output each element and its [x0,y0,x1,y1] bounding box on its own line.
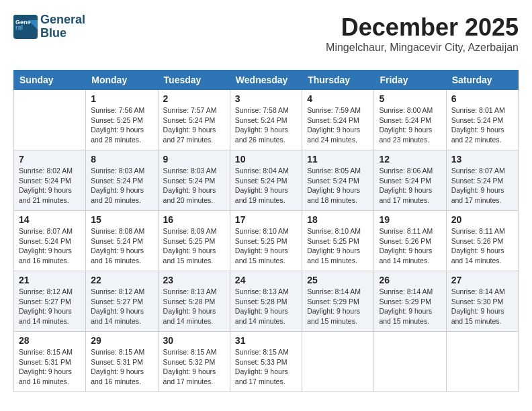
day-cell-3: 3Sunrise: 7:58 AMSunset: 5:24 PMDaylight… [230,90,302,150]
day-info: Sunrise: 7:56 AMSunset: 5:25 PMDaylight:… [91,105,152,145]
calendar-week-2: 7Sunrise: 8:02 AMSunset: 5:24 PMDaylight… [14,150,519,211]
day-cell-29: 29Sunrise: 8:15 AMSunset: 5:31 PMDayligh… [86,332,158,392]
day-header-monday: Monday [86,71,158,90]
calendar: SundayMondayTuesdayWednesdayThursdayFrid… [13,70,519,392]
day-cell-5: 5Sunrise: 8:00 AMSunset: 5:24 PMDaylight… [374,90,446,150]
month-title: December 2025 [326,13,519,42]
logo: Gene ral General Blue [13,13,85,40]
day-info: Sunrise: 7:59 AMSunset: 5:24 PMDaylight:… [307,105,369,145]
day-cell-23: 23Sunrise: 8:13 AMSunset: 5:28 PMDayligh… [158,271,230,332]
svg-text:ral: ral [15,24,23,31]
day-info: Sunrise: 8:02 AMSunset: 5:24 PMDaylight:… [19,166,81,205]
day-cell-20: 20Sunrise: 8:11 AMSunset: 5:26 PMDayligh… [446,211,518,271]
day-info: Sunrise: 8:03 AMSunset: 5:24 PMDaylight:… [91,166,152,205]
day-number: 23 [163,275,225,285]
day-cell-12: 12Sunrise: 8:06 AMSunset: 5:24 PMDayligh… [374,150,446,211]
day-cell-10: 10Sunrise: 8:04 AMSunset: 5:24 PMDayligh… [230,150,302,211]
day-cell-13: 13Sunrise: 8:07 AMSunset: 5:24 PMDayligh… [446,150,518,211]
day-header-friday: Friday [374,71,446,90]
day-number: 1 [91,93,152,104]
day-info: Sunrise: 7:57 AMSunset: 5:24 PMDaylight:… [163,105,225,145]
day-info: Sunrise: 8:05 AMSunset: 5:24 PMDaylight:… [307,166,369,205]
day-cell-25: 25Sunrise: 8:14 AMSunset: 5:29 PMDayligh… [302,271,374,332]
day-header-thursday: Thursday [302,71,374,90]
day-number: 18 [307,214,369,225]
calendar-week-1: 1Sunrise: 7:56 AMSunset: 5:25 PMDaylight… [14,90,519,150]
day-number: 4 [307,93,369,104]
day-info: Sunrise: 8:14 AMSunset: 5:30 PMDaylight:… [451,287,513,326]
day-info: Sunrise: 8:11 AMSunset: 5:26 PMDaylight:… [451,226,513,266]
day-info: Sunrise: 8:15 AMSunset: 5:31 PMDaylight:… [19,347,81,387]
day-info: Sunrise: 8:08 AMSunset: 5:24 PMDaylight:… [91,226,152,266]
day-info: Sunrise: 8:13 AMSunset: 5:28 PMDaylight:… [235,287,297,326]
day-cell-30: 30Sunrise: 8:15 AMSunset: 5:32 PMDayligh… [158,332,230,392]
day-info: Sunrise: 8:13 AMSunset: 5:28 PMDaylight:… [163,287,225,326]
day-number: 7 [19,154,81,165]
day-number: 31 [235,335,297,346]
day-cell-31: 31Sunrise: 8:15 AMSunset: 5:33 PMDayligh… [230,332,302,392]
day-header-sunday: Sunday [14,71,86,90]
day-cell-7: 7Sunrise: 8:02 AMSunset: 5:24 PMDaylight… [14,150,86,211]
day-number: 27 [451,275,513,285]
empty-cell [446,332,518,392]
day-number: 12 [379,154,441,165]
day-cell-21: 21Sunrise: 8:12 AMSunset: 5:27 PMDayligh… [14,271,86,332]
day-cell-15: 15Sunrise: 8:08 AMSunset: 5:24 PMDayligh… [86,211,158,271]
day-cell-4: 4Sunrise: 7:59 AMSunset: 5:24 PMDaylight… [302,90,374,150]
day-info: Sunrise: 8:04 AMSunset: 5:24 PMDaylight:… [235,166,297,205]
day-cell-14: 14Sunrise: 8:07 AMSunset: 5:24 PMDayligh… [14,211,86,271]
calendar-week-3: 14Sunrise: 8:07 AMSunset: 5:24 PMDayligh… [14,211,519,271]
day-cell-2: 2Sunrise: 7:57 AMSunset: 5:24 PMDaylight… [158,90,230,150]
day-info: Sunrise: 8:12 AMSunset: 5:27 PMDaylight:… [19,287,81,326]
day-info: Sunrise: 7:58 AMSunset: 5:24 PMDaylight:… [235,105,297,145]
day-number: 14 [19,214,81,225]
empty-cell [302,332,374,392]
day-cell-1: 1Sunrise: 7:56 AMSunset: 5:25 PMDaylight… [86,90,158,150]
location-title: Mingelchaur, Mingacevir City, Azerbaijan [326,42,519,54]
day-cell-17: 17Sunrise: 8:10 AMSunset: 5:25 PMDayligh… [230,211,302,271]
day-info: Sunrise: 8:03 AMSunset: 5:24 PMDaylight:… [163,166,225,205]
day-info: Sunrise: 8:09 AMSunset: 5:25 PMDaylight:… [163,226,225,266]
empty-cell [14,90,86,150]
day-number: 17 [235,214,297,225]
day-info: Sunrise: 8:07 AMSunset: 5:24 PMDaylight:… [451,166,513,205]
day-cell-9: 9Sunrise: 8:03 AMSunset: 5:24 PMDaylight… [158,150,230,211]
day-number: 26 [379,275,441,285]
day-number: 8 [91,154,152,165]
day-cell-27: 27Sunrise: 8:14 AMSunset: 5:30 PMDayligh… [446,271,518,332]
day-number: 10 [235,154,297,165]
day-number: 24 [235,275,297,285]
day-number: 15 [91,214,152,225]
day-number: 29 [91,335,152,346]
day-cell-18: 18Sunrise: 8:10 AMSunset: 5:25 PMDayligh… [302,211,374,271]
day-cell-19: 19Sunrise: 8:11 AMSunset: 5:26 PMDayligh… [374,211,446,271]
logo-line1: General [40,13,85,27]
day-info: Sunrise: 8:07 AMSunset: 5:24 PMDaylight:… [19,226,81,266]
calendar-header: SundayMondayTuesdayWednesdayThursdayFrid… [14,71,519,90]
day-info: Sunrise: 8:06 AMSunset: 5:24 PMDaylight:… [379,166,441,205]
day-info: Sunrise: 8:15 AMSunset: 5:32 PMDaylight:… [163,347,225,387]
day-number: 22 [91,275,152,285]
day-number: 19 [379,214,441,225]
calendar-week-5: 28Sunrise: 8:15 AMSunset: 5:31 PMDayligh… [14,332,519,392]
day-cell-8: 8Sunrise: 8:03 AMSunset: 5:24 PMDaylight… [86,150,158,211]
day-header-saturday: Saturday [446,71,518,90]
day-number: 21 [19,275,81,285]
day-number: 30 [163,335,225,346]
day-info: Sunrise: 8:15 AMSunset: 5:31 PMDaylight:… [91,347,152,387]
day-info: Sunrise: 8:00 AMSunset: 5:24 PMDaylight:… [379,105,441,145]
day-info: Sunrise: 8:14 AMSunset: 5:29 PMDaylight:… [307,287,369,326]
day-number: 28 [19,335,81,346]
day-cell-24: 24Sunrise: 8:13 AMSunset: 5:28 PMDayligh… [230,271,302,332]
day-info: Sunrise: 8:15 AMSunset: 5:33 PMDaylight:… [235,347,297,387]
day-info: Sunrise: 8:11 AMSunset: 5:26 PMDaylight:… [379,226,441,266]
day-number: 16 [163,214,225,225]
day-number: 5 [379,93,441,104]
day-info: Sunrise: 8:14 AMSunset: 5:29 PMDaylight:… [379,287,441,326]
day-cell-26: 26Sunrise: 8:14 AMSunset: 5:29 PMDayligh… [374,271,446,332]
day-info: Sunrise: 8:12 AMSunset: 5:27 PMDaylight:… [91,287,152,326]
calendar-body: 1Sunrise: 7:56 AMSunset: 5:25 PMDaylight… [14,90,519,392]
empty-cell [374,332,446,392]
day-header-wednesday: Wednesday [230,71,302,90]
day-number: 9 [163,154,225,165]
